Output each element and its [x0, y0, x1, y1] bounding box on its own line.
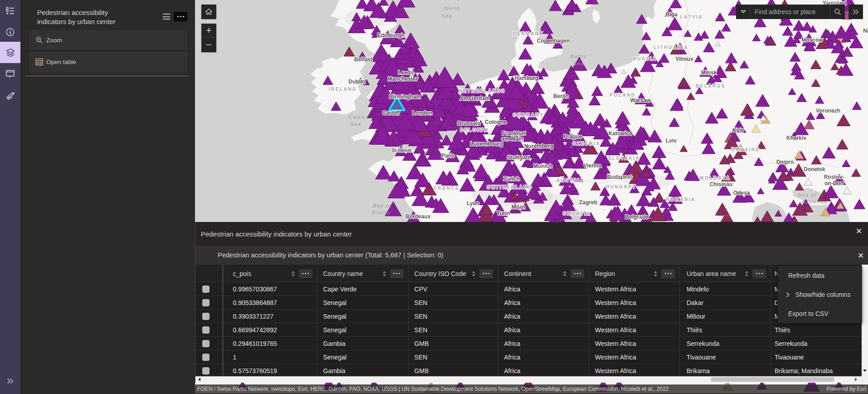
svg-text:Vilnius: Vilnius	[675, 56, 693, 62]
svg-text:Sea of: Sea of	[798, 192, 817, 197]
svg-text:Odesa: Odesa	[733, 190, 750, 196]
svg-text:Berlin: Berlin	[553, 93, 569, 99]
svg-text:Moscow: Moscow	[801, 37, 823, 43]
svg-text:Baltic: Baltic	[570, 54, 587, 59]
svg-text:Kharkiv: Kharkiv	[786, 135, 806, 141]
svg-text:Riga: Riga	[666, 11, 678, 18]
svg-text:Dublin: Dublin	[348, 79, 365, 85]
svg-text:Cologne: Cologne	[485, 119, 507, 125]
svg-text:Stuttgart: Stuttgart	[507, 154, 530, 161]
svg-text:Lyon: Lyon	[467, 200, 479, 207]
svg-text:Celtic: Celtic	[349, 114, 366, 120]
svg-text:IRELAND: IRELAND	[329, 87, 357, 92]
svg-text:Nizhny N: Nizhny N	[863, 28, 868, 34]
svg-text:Paris: Paris	[441, 153, 455, 159]
svg-text:Azov: Azov	[801, 199, 816, 204]
svg-text:Manchester: Manchester	[388, 76, 418, 82]
svg-text:Munich: Munich	[533, 163, 552, 169]
svg-text:UKRAINE: UKRAINE	[731, 147, 760, 152]
svg-text:Copenhagen: Copenhagen	[537, 38, 570, 44]
svg-text:Sea: Sea	[441, 13, 453, 19]
svg-text:Bay of: Bay of	[373, 203, 392, 208]
svg-text:FRANCE: FRANCE	[434, 186, 460, 191]
svg-text:RUSSIA: RUSSIA	[633, 56, 657, 61]
svg-text:Belfast: Belfast	[354, 56, 372, 63]
svg-text:DENMARK: DENMARK	[513, 31, 544, 36]
svg-text:ROMANIA: ROMANIA	[666, 197, 695, 202]
svg-text:Milan: Milan	[512, 204, 526, 210]
svg-text:SLOVAKIA: SLOVAKIA	[608, 156, 640, 161]
svg-text:Nuremberg: Nuremberg	[524, 143, 553, 149]
svg-text:London: London	[412, 110, 432, 116]
svg-text:Lviv: Lviv	[666, 138, 677, 144]
svg-text:Turin: Turin	[497, 210, 510, 217]
svg-text:CZECHIA: CZECHIA	[572, 141, 600, 146]
svg-text:Birmingham: Birmingham	[389, 94, 421, 100]
svg-text:GERMANY: GERMANY	[513, 113, 544, 118]
svg-text:NETHERLANDS: NETHERLANDS	[458, 89, 505, 94]
svg-text:Hamburg: Hamburg	[515, 75, 539, 81]
svg-text:Belgrade: Belgrade	[625, 214, 649, 220]
svg-text:Budapest: Budapest	[607, 174, 632, 180]
svg-text:Edinburgh: Edinburgh	[377, 32, 405, 39]
svg-text:Cardiff: Cardiff	[382, 110, 400, 116]
svg-text:HUNGARY: HUNGARY	[606, 184, 637, 189]
svg-text:LATVIA: LATVIA	[680, 15, 703, 20]
svg-text:Dnipro: Dnipro	[776, 159, 794, 165]
svg-text:am Main: am Main	[502, 136, 523, 142]
svg-text:Sea: Sea	[573, 61, 585, 66]
svg-text:Amsterdam: Amsterdam	[460, 95, 490, 102]
svg-text:Sea: Sea	[350, 121, 361, 127]
svg-text:LITHUANIA: LITHUANIA	[654, 45, 688, 50]
svg-text:Brussels: Brussels	[458, 120, 481, 127]
svg-text:Katowice: Katowice	[609, 130, 633, 137]
svg-text:Luxembourg: Luxembourg	[470, 141, 503, 147]
svg-text:BELARUS: BELARUS	[696, 84, 726, 89]
svg-text:Minsk: Minsk	[701, 69, 717, 76]
svg-text:Bordeaux: Bordeaux	[405, 213, 431, 220]
svg-text:Prague: Prague	[564, 133, 582, 140]
svg-text:SWITZERLAND: SWITZERLAND	[487, 185, 532, 190]
svg-text:Rostov-: Rostov-	[824, 174, 844, 180]
svg-text:Biscay: Biscay	[372, 210, 391, 215]
svg-text:Warsaw: Warsaw	[630, 97, 651, 103]
svg-text:CROATIA: CROATIA	[563, 211, 591, 216]
svg-text:Voronezh: Voronezh	[816, 108, 840, 114]
svg-text:Chișinău: Chișinău	[710, 181, 733, 187]
svg-text:Zagreb: Zagreb	[579, 199, 597, 206]
svg-text:Leeds: Leeds	[398, 69, 414, 76]
svg-text:Kyiv: Kyiv	[732, 127, 744, 133]
svg-text:on-Don: on-Don	[824, 180, 844, 187]
svg-text:AUSTRIA: AUSTRIA	[556, 178, 585, 183]
svg-text:BELGIUM: BELGIUM	[460, 128, 489, 133]
svg-text:Zurich: Zurich	[503, 176, 520, 182]
svg-text:St Helier: St Helier	[392, 148, 412, 153]
svg-text:MOLDOVA: MOLDOVA	[700, 176, 731, 181]
svg-text:Donetsk: Donetsk	[804, 166, 825, 172]
svg-text:Vienna: Vienna	[583, 163, 601, 169]
svg-text:North: North	[444, 5, 460, 11]
